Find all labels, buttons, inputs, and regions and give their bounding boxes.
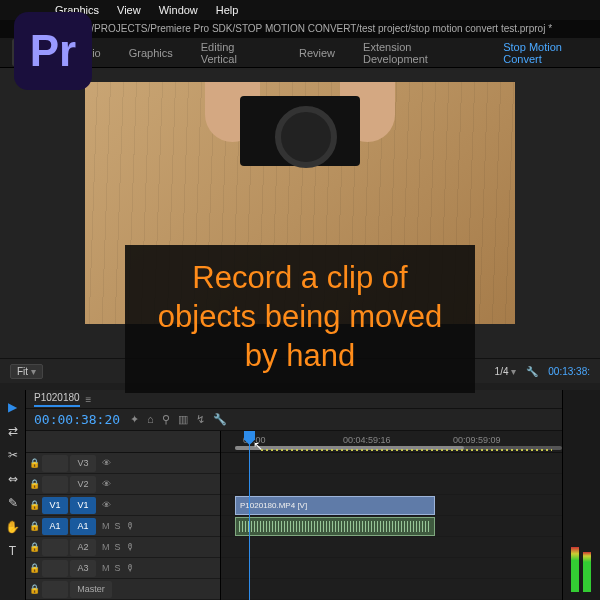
lock-icon[interactable]: 🔒	[26, 542, 42, 552]
track-v3[interactable]: 🔒 V3 👁	[26, 453, 220, 474]
track-label-a1[interactable]: A1	[70, 518, 96, 535]
source-patch-v2[interactable]	[42, 476, 68, 493]
type-tool[interactable]: T	[4, 542, 22, 560]
link-icon[interactable]: ⚲	[162, 413, 170, 426]
track-a3[interactable]: 🔒 A3 M S 🎙	[26, 558, 220, 579]
track-a1[interactable]: 🔒 A1 A1 M S 🎙	[26, 516, 220, 537]
source-patch-a3[interactable]	[42, 560, 68, 577]
workspace-extension-dev[interactable]: Extension Development	[363, 41, 475, 65]
ruler-tick: 00:04:59:16	[343, 435, 391, 445]
workspace-review[interactable]: Review	[299, 47, 335, 59]
toggle-output-icon[interactable]: 👁	[102, 458, 111, 468]
meter-right	[583, 552, 591, 592]
track-label-master[interactable]: Master	[70, 581, 112, 598]
zoom-fit-select[interactable]: Fit ▾	[10, 364, 43, 379]
sequence-tab-menu-icon[interactable]: ≡	[86, 394, 92, 405]
voiceover-icon[interactable]: 🎙	[126, 521, 135, 531]
sequence-tab[interactable]: P1020180	[34, 392, 80, 406]
audio-clip[interactable]	[235, 517, 435, 536]
workspace-editing-vertical[interactable]: Editing Vertical	[201, 41, 271, 65]
track-label-v1[interactable]: V1	[70, 497, 96, 514]
track-label-v3[interactable]: V3	[70, 455, 96, 472]
app-menubar: Graphics View Window Help	[0, 0, 600, 20]
voiceover-icon[interactable]: 🎙	[126, 542, 135, 552]
toggle-output-icon[interactable]: 👁	[102, 479, 111, 489]
mute-button[interactable]: M	[102, 521, 110, 531]
track-label-a3[interactable]: A3	[70, 560, 96, 577]
source-patch-v1[interactable]: V1	[42, 497, 68, 514]
selection-tool[interactable]: ▶	[4, 398, 22, 416]
track-a2[interactable]: 🔒 A2 M S 🎙	[26, 537, 220, 558]
toggle-output-icon[interactable]: 👁	[102, 500, 111, 510]
lock-icon[interactable]: 🔒	[26, 500, 42, 510]
sequence-snap-icons: ✦ ⌂ ⚲ ▥ ↯ 🔧	[130, 413, 227, 426]
mute-button[interactable]: M	[102, 542, 110, 552]
hand-tool[interactable]: ✋	[4, 518, 22, 536]
program-timecode[interactable]: 00:13:38:	[548, 366, 590, 377]
settings-icon[interactable]: 🔧	[526, 366, 538, 377]
sequence-timecode[interactable]: 00:00:38:20	[34, 412, 120, 427]
lock-icon[interactable]: 🔒	[26, 479, 42, 489]
workspace-graphics[interactable]: Graphics	[129, 47, 173, 59]
solo-button[interactable]: S	[115, 521, 121, 531]
premiere-logo: Pr	[14, 12, 92, 90]
menu-help[interactable]: Help	[216, 4, 239, 16]
meter-left	[571, 547, 579, 592]
time-ruler[interactable]: 00:00 00:04:59:16 00:09:59:09 00:14:59:0…	[221, 431, 562, 453]
instruction-text: Record a clip of objects being moved by …	[158, 260, 442, 373]
source-patch-a1[interactable]: A1	[42, 518, 68, 535]
timeline-panel: ▶ ⇄ ✂ ⇔ ✎ ✋ T P1020180 ≡ 00:00:38:20 ✦ ⌂…	[0, 390, 600, 600]
overwrite-icon[interactable]: ↯	[196, 413, 205, 426]
audio-meters	[562, 390, 600, 600]
slip-tool[interactable]: ⇔	[4, 470, 22, 488]
premiere-logo-text: Pr	[30, 26, 76, 76]
solo-button[interactable]: S	[115, 542, 121, 552]
settings-wrench-icon[interactable]: 🔧	[213, 413, 227, 426]
pen-tool[interactable]: ✎	[4, 494, 22, 512]
mute-button[interactable]: M	[102, 563, 110, 573]
document-path: ocuments/PROJECTS/Premiere Pro SDK/STOP …	[48, 23, 552, 34]
camera-prop	[240, 96, 360, 166]
cursor-icon: ↖	[253, 439, 263, 453]
track-v2[interactable]: 🔒 V2 👁	[26, 474, 220, 495]
tool-palette: ▶ ⇄ ✂ ⇔ ✎ ✋ T	[0, 390, 26, 600]
track-label-v2[interactable]: V2	[70, 476, 96, 493]
track-label-a2[interactable]: A2	[70, 539, 96, 556]
workspace-stop-motion[interactable]: Stop Motion Convert	[503, 41, 600, 65]
lock-icon[interactable]: 🔒	[26, 458, 42, 468]
menu-view[interactable]: View	[117, 4, 141, 16]
instruction-overlay: Record a clip of objects being moved by …	[125, 245, 475, 393]
menu-window[interactable]: Window	[159, 4, 198, 16]
timeline-tracks[interactable]: 00:00 00:04:59:16 00:09:59:09 00:14:59:0…	[221, 431, 562, 600]
track-v1[interactable]: 🔒 V1 V1 👁	[26, 495, 220, 516]
resolution-select[interactable]: 1/4 ▾	[495, 366, 517, 377]
sequence-panel: P1020180 ≡ 00:00:38:20 ✦ ⌂ ⚲ ▥ ↯ 🔧 🔒	[26, 390, 562, 600]
video-clip[interactable]: P1020180.MP4 [V]	[235, 496, 435, 515]
insert-icon[interactable]: ▥	[178, 413, 188, 426]
solo-button[interactable]: S	[115, 563, 121, 573]
source-patch-a2[interactable]	[42, 539, 68, 556]
lock-icon[interactable]: 🔒	[26, 584, 42, 594]
razor-tool[interactable]: ✂	[4, 446, 22, 464]
marker-dots	[261, 449, 552, 451]
source-patch-master[interactable]	[42, 581, 68, 598]
track-headers: 🔒 V3 👁 🔒 V2 👁 🔒 V1 V1 👁	[26, 431, 221, 600]
track-master[interactable]: 🔒 Master	[26, 579, 220, 600]
voiceover-icon[interactable]: 🎙	[126, 563, 135, 573]
marker-icon[interactable]: ⌂	[147, 413, 154, 426]
source-patch-v3[interactable]	[42, 455, 68, 472]
ruler-tick: 00:09:59:09	[453, 435, 501, 445]
track-select-tool[interactable]: ⇄	[4, 422, 22, 440]
lock-icon[interactable]: 🔒	[26, 521, 42, 531]
snap-icon[interactable]: ✦	[130, 413, 139, 426]
lock-icon[interactable]: 🔒	[26, 563, 42, 573]
playhead-line	[249, 431, 250, 600]
